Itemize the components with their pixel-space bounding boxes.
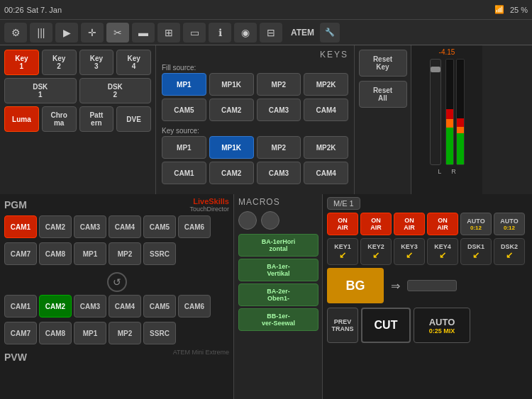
reset-all-button[interactable]: ResetAll (359, 81, 407, 108)
reset-key-button[interactable]: ResetKey (359, 50, 407, 77)
key-cam1-button[interactable]: CAM1 (162, 162, 206, 184)
fill-cam5-button[interactable]: CAM5 (162, 99, 206, 121)
dsk2-button[interactable]: DSK2 (79, 78, 152, 103)
nav-mixer-icon[interactable]: ||| (30, 23, 52, 43)
volume-slider[interactable] (430, 59, 441, 165)
cut-button[interactable]: CUT (361, 308, 411, 343)
pvw-mp2-button[interactable]: MP2 (109, 322, 141, 344)
pvw-cam5-button[interactable]: CAM5 (143, 295, 176, 317)
fill-mp1-button[interactable]: MP1 (162, 73, 206, 96)
nav-panel-icon[interactable]: ▬ (132, 23, 155, 43)
key-mp1-button[interactable]: MP1 (162, 136, 206, 159)
pgm-cam4-button[interactable]: CAM4 (109, 215, 141, 238)
pgm-cam8-button[interactable]: CAM8 (39, 242, 72, 265)
pgm-mp2-button[interactable]: MP2 (109, 242, 141, 265)
fill-cam4-button[interactable]: CAM4 (304, 99, 348, 121)
pvw-cam8-button[interactable]: CAM8 (39, 322, 72, 344)
bg-button[interactable]: BG (327, 268, 384, 303)
pvw-cam7-button[interactable]: CAM7 (4, 322, 37, 344)
tool-button[interactable]: 🔧 (320, 23, 340, 43)
meter-l-label: L (438, 168, 441, 175)
me-key3-button[interactable]: KEY3↙ (394, 238, 425, 265)
dve-button[interactable]: DVE (116, 106, 151, 132)
nav-audio-icon[interactable]: ◉ (234, 23, 257, 43)
key-mp2-button[interactable]: MP2 (257, 136, 301, 159)
on-air-1-button[interactable]: ONAIR (327, 213, 358, 235)
pgm-cam1-button[interactable]: CAM1 (4, 215, 37, 238)
me-key1-button[interactable]: KEY1↙ (327, 238, 358, 265)
macro-ba1h-button[interactable]: BA-1erHorizontal (238, 234, 318, 257)
fill-mp2-button[interactable]: MP2 (257, 73, 301, 96)
key-mp1k-button[interactable]: MP1K (209, 136, 254, 159)
pgm-cam3-button[interactable]: CAM3 (74, 215, 106, 238)
pattern-button[interactable]: Pattern (79, 106, 114, 132)
pvw-footer: PVW ATEM Mini Extreme (4, 349, 229, 363)
on-air-4-button[interactable]: ONAIR (427, 213, 458, 235)
me-key4-button[interactable]: KEY4↙ (427, 238, 458, 265)
key-cam2-button[interactable]: CAM2 (209, 162, 254, 184)
nav-move-icon[interactable]: ✛ (81, 23, 104, 43)
atem-label: ATEM (291, 28, 314, 38)
pgm-ssrc-button[interactable]: SSRC (143, 242, 176, 265)
key-mp2k-button[interactable]: MP2K (304, 136, 348, 159)
nav-monitor-icon[interactable]: ▭ (183, 23, 206, 43)
key1-button[interactable]: Key1 (4, 50, 39, 75)
nav-settings-icon[interactable]: ⚙ (4, 23, 27, 43)
pgm-cam-row1: CAM1 CAM2 CAM3 CAM4 CAM5 CAM6 (4, 215, 229, 238)
key-source-row2: CAM1 CAM2 CAM3 CAM4 (162, 162, 348, 184)
nav-cut-icon[interactable]: ✂ (106, 23, 129, 43)
forward-arrow-icon: ⇒ (391, 279, 400, 293)
fill-mp1k-button[interactable]: MP1K (209, 73, 254, 96)
auto-mix-button[interactable]: AUTO 0:25 MIX (414, 308, 470, 343)
pvw-cam6-button[interactable]: CAM6 (178, 295, 211, 317)
on-air-2-button[interactable]: ONAIR (360, 213, 392, 235)
macros-title: MACROS (238, 197, 318, 207)
pvw-mp1-button[interactable]: MP1 (74, 322, 106, 344)
pgm-cam5-button[interactable]: CAM5 (143, 215, 176, 238)
auto-sub: 0:25 MIX (429, 327, 455, 335)
me-panel: M/E 1 ONAIR ONAIR ONAIR ONAIR AUTO0:12 A… (323, 194, 532, 399)
fill-mp2k-button[interactable]: MP2K (304, 73, 348, 96)
fill-cam2-button[interactable]: CAM2 (209, 99, 254, 121)
prev-trans-button[interactable]: PREVTRANS (327, 308, 358, 343)
macro-bb1v-button[interactable]: BB-1er-ver-Seewal (238, 308, 318, 331)
pvw-ssrc-button[interactable]: SSRC (143, 322, 176, 344)
nav-play-icon[interactable]: ▶ (55, 23, 78, 43)
me-dsk1-button[interactable]: DSK1↙ (460, 238, 492, 265)
pgm-cam6-button[interactable]: CAM6 (178, 215, 211, 238)
wifi-icon: 📶 (494, 5, 504, 14)
pgm-header: PGM LiveSkills TouchDirector (4, 197, 229, 213)
key3-button[interactable]: Key3 (79, 50, 114, 75)
me-key2-button[interactable]: KEY2↙ (360, 238, 392, 265)
auto2-button[interactable]: AUTO0:12 (494, 213, 525, 235)
macro-circle-1[interactable] (238, 211, 257, 230)
me-dsk2-button[interactable]: DSK2↙ (494, 238, 525, 265)
pvw-cam-row1: CAM1 CAM2 CAM3 CAM4 CAM5 CAM6 (4, 295, 229, 317)
pvw-cam4-button[interactable]: CAM4 (109, 295, 141, 317)
key-cam4-button[interactable]: CAM4 (304, 162, 348, 184)
pgm-cam7-button[interactable]: CAM7 (4, 242, 37, 265)
nav-grid-icon[interactable]: ⊞ (157, 23, 180, 43)
pvw-cam1-button[interactable]: CAM1 (4, 295, 37, 317)
fill-cam3-button[interactable]: CAM3 (257, 99, 301, 121)
nav-macro-icon[interactable]: ⊟ (260, 23, 282, 43)
on-air-3-button[interactable]: ONAIR (394, 213, 425, 235)
macro-ba1v-button[interactable]: BA-1er-Vertikal (238, 259, 318, 281)
pvw-cam2-button[interactable]: CAM2 (39, 295, 72, 317)
pgm-cam2-button[interactable]: CAM2 (39, 215, 72, 238)
nav-info-icon[interactable]: ℹ (209, 23, 231, 43)
luma-button[interactable]: Luma (4, 106, 39, 132)
keys-actions-panel: ResetKey ResetAll (355, 45, 411, 194)
chroma-button[interactable]: Chroma (42, 106, 77, 132)
key2-button[interactable]: Key2 (42, 50, 77, 75)
auto1-button[interactable]: AUTO0:12 (460, 213, 492, 235)
atem-model: ATEM Mini Extreme (173, 349, 229, 363)
refresh-button[interactable]: ↺ (4, 269, 229, 295)
pgm-mp1-button[interactable]: MP1 (74, 242, 106, 265)
pvw-cam3-button[interactable]: CAM3 (74, 295, 106, 317)
key-cam3-button[interactable]: CAM3 (257, 162, 301, 184)
key4-button[interactable]: Key4 (116, 50, 151, 75)
dsk1-button[interactable]: DSK1 (4, 78, 77, 103)
macro-ba2o-button[interactable]: BA-2er-Oben1- (238, 283, 318, 306)
macro-circle-2[interactable] (261, 211, 279, 230)
